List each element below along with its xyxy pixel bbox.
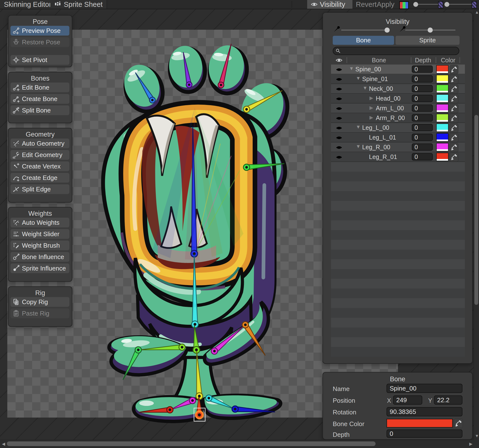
visibility-eye-toggle[interactable] [335,154,343,160]
tab-bone[interactable]: Bone [333,36,394,45]
depth-input[interactable]: 0 [412,65,433,73]
bone-color-swatch[interactable] [436,65,449,74]
scroll-right-arrow[interactable]: ▶ [469,442,472,446]
auto-geometry-button[interactable]: Auto Geometry [10,139,69,148]
bone-color-swatch[interactable] [436,123,449,132]
create-bone-button[interactable]: Create Bone [10,94,69,104]
bone-color-swatch[interactable] [436,133,449,142]
foldout-expanded-icon[interactable]: ▼ [356,124,361,130]
bone-color-swatch[interactable] [436,143,449,151]
position-y-field[interactable]: 22.2 [434,395,462,405]
bone-search-input[interactable] [333,47,459,55]
bone-color-swatch[interactable] [436,94,449,103]
bone-color-swatch[interactable] [387,419,453,428]
eyedropper-button[interactable] [450,75,458,84]
visibility-eye-toggle[interactable] [335,85,343,92]
visibility-eye-toggle[interactable] [335,66,343,73]
paste-rig-button[interactable]: Paste Rig [10,308,69,318]
apply-button[interactable]: Apply [373,0,398,9]
depth-field[interactable]: 0 [387,429,462,438]
sprite-influence-button[interactable]: Sprite Influence [10,263,69,273]
eyedropper-button[interactable] [450,104,458,113]
depth-input[interactable]: 0 [412,143,433,151]
bone-row-arm_r_00[interactable]: ▶Arm_R_000 [331,113,465,123]
position-x-field[interactable]: 249 [393,395,422,405]
depth-input[interactable]: 0 [412,153,433,160]
eyedropper-button[interactable] [450,84,458,93]
edit-bone-button[interactable]: Edit Bone [10,83,69,92]
eyedropper-button[interactable] [450,114,458,123]
bone-color-swatch[interactable] [436,153,449,161]
edit-geometry-button[interactable]: Edit Geometry [10,150,69,160]
bone-row-leg_r_01[interactable]: Leg_R_010 [331,152,465,162]
foldout-collapsed-icon[interactable]: ▶ [369,114,373,120]
bone-row-leg_l_00[interactable]: ▼Leg_L_000 [331,123,465,133]
bone-row-arm_l_00[interactable]: ▶Arm_L_000 [331,103,465,113]
visibility-eye-toggle[interactable] [335,115,343,121]
split-bone-button[interactable]: Split Bone [10,105,69,115]
depth-input[interactable]: 0 [412,104,433,112]
visibility-eye-toggle[interactable] [335,124,343,131]
scroll-down-arrow[interactable]: ▼ [475,434,479,438]
overlay-opacity-slider-knob[interactable] [413,2,418,7]
horizontal-scrollbar-thumb[interactable] [7,441,376,446]
bone-row-leg_r_00[interactable]: ▼Leg_R_000 [331,142,465,152]
foldout-expanded-icon[interactable]: ▼ [356,144,361,149]
set-pivot-button[interactable]: Set Pivot [10,55,69,65]
depth-input[interactable]: 0 [412,124,433,131]
visibility-eye-toggle[interactable] [335,134,343,141]
bone-color-swatch[interactable] [436,84,449,93]
foldout-collapsed-icon[interactable]: ▶ [369,105,373,111]
eyedropper-button[interactable] [450,94,458,103]
name-field[interactable]: Spine_00 [387,384,462,393]
weight-brush-button[interactable]: Weight Brush [10,241,69,250]
split-edge-button[interactable]: Split Edge [10,184,69,194]
depth-input[interactable]: 0 [412,85,433,92]
rotation-field[interactable]: 90.38365 [387,407,462,416]
scroll-up-arrow[interactable]: ▲ [475,10,479,14]
bone-row-spine_01[interactable]: ▼Spine_010 [331,74,465,84]
mesh-opacity-slider-knob[interactable] [428,28,433,33]
eyedropper-button[interactable] [450,133,458,142]
eyedropper-button[interactable] [450,65,458,74]
tab-sprite[interactable]: Sprite [396,36,460,45]
eyedropper-button[interactable] [454,419,463,428]
bone-row-leg_l_01[interactable]: Leg_L_010 [331,133,465,142]
create-vertex-button[interactable]: Create Vertex [10,161,69,171]
foldout-expanded-icon[interactable]: ▼ [356,75,361,81]
bone-row-spine_00[interactable]: ▼Spine_000 [331,65,465,74]
visibility-eye-toggle[interactable] [335,105,343,112]
auto-weights-button[interactable]: Auto Weights [10,218,69,227]
bone-color-swatch[interactable] [436,114,449,122]
sprite-opacity-slider-knob[interactable] [444,2,449,7]
vertical-scrollbar-thumb[interactable] [474,115,478,305]
bone-opacity-slider-knob[interactable] [385,28,390,33]
depth-input[interactable]: 0 [412,75,433,83]
foldout-expanded-icon[interactable]: ▼ [349,66,354,71]
visibility-eye-toggle[interactable] [335,144,343,151]
depth-input[interactable]: 0 [412,114,433,121]
visibility-eye-toggle[interactable] [335,76,343,83]
weight-slider-button[interactable]: Weight Slider [10,229,69,239]
depth-input[interactable]: 0 [412,95,433,102]
eyedropper-button[interactable] [450,123,458,132]
depth-input[interactable]: 0 [412,134,433,141]
visibility-toggle-button[interactable]: Visibility [307,0,352,9]
bone-opacity-slider[interactable] [341,30,389,30]
sprite-sheet-button[interactable]: Sprite Sheet [50,0,107,9]
eyedropper-button[interactable] [450,153,458,162]
bone-row-head_00[interactable]: ▶Head_000 [331,94,465,103]
bone-row-neck_00[interactable]: ▼Neck_000 [331,84,465,94]
restore-pose-button[interactable]: Restore Pose [10,37,69,47]
foldout-expanded-icon[interactable]: ▼ [363,85,368,91]
bone-color-swatch[interactable] [436,104,449,112]
sprite-preview-chip-icon[interactable] [399,1,409,9]
bone-color-swatch[interactable] [436,75,449,83]
scroll-left-arrow[interactable]: ◀ [2,442,5,446]
preview-pose-button[interactable]: Preview Pose [10,26,69,36]
eyedropper-button[interactable] [450,143,458,152]
foldout-collapsed-icon[interactable]: ▶ [369,95,373,101]
bone-influence-button[interactable]: Bone Influence [10,252,69,262]
create-edge-button[interactable]: Create Edge [10,173,69,183]
copy-rig-button[interactable]: Copy Rig [10,297,69,307]
